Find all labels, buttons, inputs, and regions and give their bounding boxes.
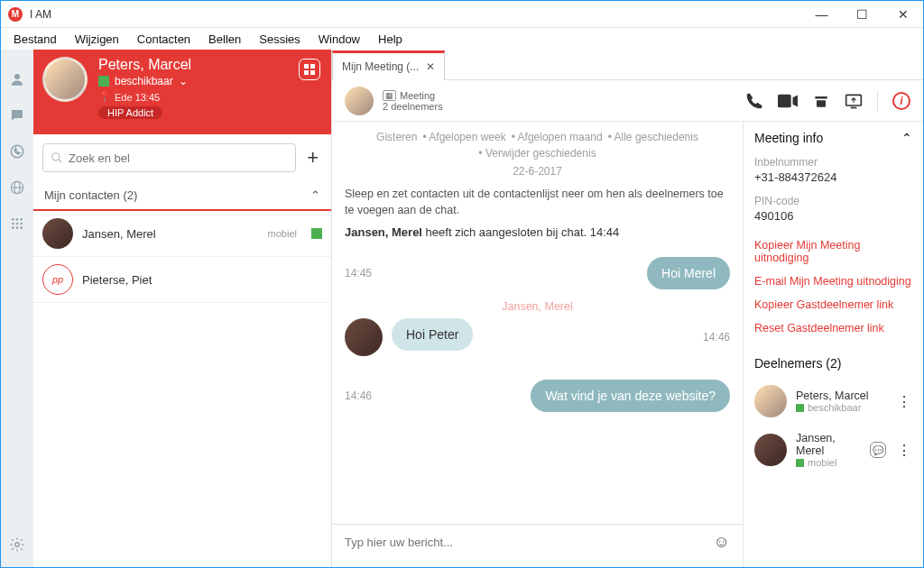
message-time: 14:46 <box>703 331 730 344</box>
info-panel-header[interactable]: Meeting info ⌃ <box>754 131 912 145</box>
search-icon <box>51 151 63 164</box>
svg-rect-16 <box>304 70 309 75</box>
menu-wijzigen[interactable]: Wijzigen <box>68 31 126 48</box>
content-panel: Mijn Meeting (... ✕ ▦Meeting 2 deelnemer… <box>331 50 923 567</box>
participant-avatar <box>754 434 787 466</box>
history-last-month[interactable]: Afgelopen maand <box>512 131 603 143</box>
history-all[interactable]: Alle geschiedenis <box>608 131 698 143</box>
user-location-text: Ede 13:45 <box>115 92 160 103</box>
email-invite-link[interactable]: E-mail Mijn Meeting uitnodiging <box>754 275 912 288</box>
location-pin-icon: 📍 <box>98 91 111 103</box>
chevron-down-icon: ⌄ <box>179 75 188 87</box>
close-button[interactable]: ✕ <box>882 1 923 28</box>
message-row-outgoing: 14:45 Hoi Merel <box>345 257 730 289</box>
user-name: Peters, Marcel <box>98 57 322 73</box>
search-input[interactable] <box>69 151 288 165</box>
calls-icon[interactable] <box>7 142 27 161</box>
add-contact-button[interactable]: + <box>303 146 322 169</box>
chat-column: Gisteren Afgelopen week Afgelopen maand … <box>332 122 743 567</box>
message-bubble: Wat vind je van deze website? <box>531 380 730 412</box>
dial-label: Inbelnummer <box>754 156 912 169</box>
menu-contacten[interactable]: Contacten <box>130 31 198 48</box>
tab-close-icon[interactable]: ✕ <box>426 60 435 73</box>
user-status-text: beschikbaar <box>115 75 173 87</box>
chevron-up-icon: ⌃ <box>901 131 912 145</box>
dialpad-icon[interactable] <box>7 214 27 234</box>
screen-share-icon[interactable] <box>845 93 863 109</box>
delete-history-link[interactable]: Verwijder geschiedenis <box>478 147 596 160</box>
tab-meeting[interactable]: Mijn Meeting (... ✕ <box>332 50 445 80</box>
menu-help[interactable]: Help <box>371 31 410 48</box>
reset-guest-link[interactable]: Reset Gastdeelnemer link <box>754 322 912 334</box>
presence-indicator-icon <box>311 274 322 285</box>
menu-window[interactable]: Window <box>311 31 367 48</box>
history-yesterday[interactable]: Gisteren <box>376 131 417 143</box>
video-call-icon[interactable] <box>778 94 798 108</box>
svg-point-0 <box>14 74 20 79</box>
participant-row[interactable]: Jansen, Merel mobiel 💬 ⋮ <box>754 432 912 468</box>
settings-icon[interactable] <box>7 535 27 554</box>
info-panel-title: Meeting info <box>754 131 823 145</box>
copy-invite-link[interactable]: Kopieer Mijn Meeting uitnodiging <box>754 239 912 264</box>
svg-point-9 <box>20 223 23 225</box>
tab-label: Mijn Meeting (... <box>342 60 419 73</box>
participant-more-icon[interactable]: ⋮ <box>897 442 912 459</box>
svg-point-10 <box>12 226 14 229</box>
sidebar-iconbar <box>1 50 33 567</box>
chevron-up-icon: ⌃ <box>310 188 320 202</box>
emoji-icon[interactable]: ☺ <box>714 533 730 552</box>
message-time: 14:46 <box>345 389 372 402</box>
svg-point-4 <box>12 218 14 221</box>
participant-avatar <box>754 385 787 417</box>
svg-rect-20 <box>817 100 826 107</box>
svg-point-11 <box>16 226 19 229</box>
contact-row[interactable]: Jansen, Merel mobiel <box>33 211 331 257</box>
info-panel: Meeting info ⌃ Inbelnummer +31-884372624… <box>743 122 923 567</box>
apps-grid-icon[interactable] <box>299 59 320 80</box>
user-header: Peters, Marcel beschikbaar ⌄ 📍 Ede 13:45… <box>33 50 331 134</box>
menu-bestand[interactable]: Bestand <box>6 31 64 48</box>
participant-status: mobiel <box>808 457 836 468</box>
message-avatar <box>345 318 383 356</box>
participants-title: Deelnemers (2) <box>754 356 912 371</box>
svg-rect-17 <box>310 70 315 75</box>
message-row-outgoing: 14:46 Wat vind je van deze website? <box>345 380 730 412</box>
message-row-incoming: Hoi Peter 14:46 <box>345 318 730 356</box>
user-status-selector[interactable]: beschikbaar ⌄ <box>98 75 322 87</box>
app-title: I AM <box>30 8 51 21</box>
conversation-title: Meeting <box>400 90 435 101</box>
svg-point-18 <box>52 153 60 160</box>
user-avatar[interactable] <box>42 57 88 102</box>
contacts-icon[interactable] <box>7 69 27 89</box>
maximize-button[interactable]: ☐ <box>842 1 882 28</box>
search-input-wrapper[interactable] <box>42 143 296 172</box>
svg-point-13 <box>15 543 20 547</box>
copy-guest-link[interactable]: Kopieer Gastdeelnemer link <box>754 298 912 311</box>
chat-icon[interactable] <box>7 105 27 125</box>
voice-call-icon[interactable] <box>745 92 763 110</box>
menu-bellen[interactable]: Bellen <box>201 31 248 48</box>
status-indicator-icon <box>98 76 109 87</box>
minimize-button[interactable]: — <box>801 1 842 28</box>
chat-date: 22-6-2017 <box>345 165 730 178</box>
menu-sessies[interactable]: Sessies <box>252 31 308 48</box>
user-badge: HIP Addict <box>98 106 162 119</box>
participant-chat-icon[interactable]: 💬 <box>870 442 886 458</box>
desk-phone-icon[interactable] <box>812 92 830 110</box>
contacts-group-header[interactable]: Mijn contacten (2) ⌃ <box>33 181 331 211</box>
history-last-week[interactable]: Afgelopen week <box>422 131 505 143</box>
conversation-header: ▦Meeting 2 deelnemers i <box>332 80 923 122</box>
info-icon[interactable]: i <box>892 92 910 110</box>
participant-row[interactable]: Peters, Marcel beschikbaar ⋮ <box>754 385 912 417</box>
participant-more-icon[interactable]: ⋮ <box>897 393 912 410</box>
chat-instruction: Sleep en zet contacten uit de contactenl… <box>345 187 730 218</box>
contact-row[interactable]: pp Pieterse, Piet <box>33 257 331 303</box>
join-event-name: Jansen, Merel <box>345 225 422 239</box>
presence-indicator-icon <box>796 404 804 412</box>
message-input[interactable] <box>345 536 714 549</box>
svg-rect-14 <box>304 64 309 69</box>
sender-name: Jansen, Merel <box>345 300 730 313</box>
web-icon[interactable] <box>7 178 27 197</box>
pin-label: PIN-code <box>754 195 912 207</box>
message-input-bar: ☺ <box>332 524 743 560</box>
